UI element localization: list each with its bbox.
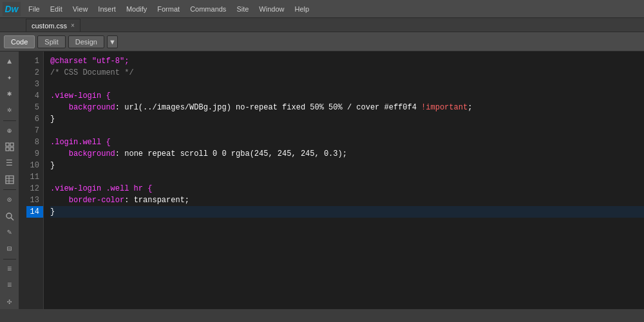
- file-tab[interactable]: custom.css ×: [26, 19, 80, 32]
- code-line-8: .login.well {: [50, 137, 644, 148]
- code-line-5: background: url(../images/WDBg.jpg) no-r…: [50, 102, 644, 113]
- menu-window[interactable]: Window: [254, 0, 289, 17]
- menu-format[interactable]: Format: [152, 0, 185, 17]
- line-num-5: 5: [31, 102, 43, 113]
- tool-separator-2: [3, 189, 16, 190]
- code-line-13: border-color: transparent;: [50, 194, 644, 206]
- code-line-14: }: [50, 206, 644, 218]
- tool-box[interactable]: ⊟: [2, 241, 17, 256]
- menu-edit[interactable]: Edit: [45, 0, 68, 17]
- code-line-6: }: [50, 113, 644, 125]
- code-line-12: .view-login .well hr {: [50, 183, 644, 194]
- code-view-button[interactable]: Code: [4, 35, 35, 48]
- menu-commands[interactable]: Commands: [185, 0, 231, 17]
- menu-file[interactable]: File: [23, 0, 45, 17]
- tab-close-button[interactable]: ×: [71, 22, 75, 29]
- menu-site[interactable]: Site: [231, 0, 254, 17]
- toolbar: Code Split Design ▼: [0, 32, 644, 52]
- menu-insert[interactable]: Insert: [93, 0, 121, 17]
- code-line-4: .view-login {: [50, 90, 644, 102]
- tool-list[interactable]: ☰: [2, 156, 17, 171]
- line-num-7: 7: [31, 125, 43, 137]
- code-line-7: [50, 125, 644, 137]
- split-view-button[interactable]: Split: [37, 35, 65, 48]
- code-editor: 1 2 3 4 5 6 7 8 9 10 11 12 13 14 @charse…: [19, 52, 644, 309]
- line-num-2: 2: [31, 67, 43, 79]
- line-num-9: 9: [31, 148, 43, 160]
- line-num-10: 10: [26, 160, 43, 171]
- tool-star2[interactable]: ✣: [2, 294, 17, 309]
- code-line-10: }: [50, 160, 644, 171]
- tool-grid[interactable]: [2, 140, 17, 155]
- svg-rect-3: [10, 147, 14, 151]
- tool-asterisk2[interactable]: ✲: [2, 102, 17, 117]
- code-line-11: [50, 171, 644, 183]
- dw-logo: Dw: [3, 2, 21, 16]
- code-line-9: background: none repeat scroll 0 0 rgba(…: [50, 148, 644, 160]
- svg-rect-0: [6, 143, 9, 146]
- tool-lines2[interactable]: ≡: [2, 278, 17, 293]
- code-lines[interactable]: @charset "utf-8"; /* CSS Document */ .vi…: [44, 52, 644, 309]
- tool-magnify[interactable]: [2, 209, 17, 223]
- line-num-14: 14: [26, 206, 43, 218]
- line-num-13: 13: [26, 194, 43, 206]
- title-bar: Dw File Edit View Insert Modify Format C…: [0, 0, 644, 18]
- view-dropdown-button[interactable]: ▼: [107, 35, 118, 48]
- code-line-1: @charset "utf-8";: [50, 55, 644, 67]
- tab-bar: custom.css ×: [0, 18, 644, 32]
- svg-line-9: [11, 218, 14, 220]
- svg-rect-2: [6, 147, 9, 151]
- tool-star[interactable]: ✦: [2, 70, 17, 85]
- tool-pen[interactable]: ✎: [2, 225, 17, 240]
- line-num-1: 1: [31, 55, 43, 67]
- main-content: ▲ ✦ ✱ ✲ ⊕ ☰ ⊙ ✎ ⊟ ≡ ≡ ✣ 1 2 3 4: [0, 52, 644, 309]
- tool-move[interactable]: ⊕: [2, 124, 17, 138]
- dw-logo-text: Dw: [5, 4, 19, 14]
- line-num-6: 6: [31, 113, 43, 125]
- tool-lines1[interactable]: ≡: [2, 262, 17, 277]
- line-num-12: 12: [26, 183, 43, 194]
- code-line-2: /* CSS Document */: [50, 67, 644, 79]
- line-numbers: 1 2 3 4 5 6 7 8 9 10 11 12 13 14: [19, 52, 44, 309]
- tool-separator-3: [3, 259, 16, 260]
- tool-asterisk[interactable]: ✱: [2, 86, 17, 101]
- tab-label: custom.css: [32, 22, 67, 30]
- menu-modify[interactable]: Modify: [121, 0, 152, 17]
- tool-cursor[interactable]: ⊙: [2, 193, 17, 207]
- tool-separator-1: [3, 120, 16, 121]
- svg-rect-1: [10, 143, 14, 146]
- line-num-4: 4: [31, 90, 43, 102]
- line-num-3: 3: [31, 79, 43, 90]
- left-tool-panel: ▲ ✦ ✱ ✲ ⊕ ☰ ⊙ ✎ ⊟ ≡ ≡ ✣: [0, 52, 19, 309]
- tool-table-icon: [5, 175, 14, 184]
- line-num-11: 11: [26, 171, 43, 183]
- tool-grid-icon: [5, 142, 14, 151]
- tool-arrow[interactable]: ▲: [2, 54, 17, 69]
- code-content: 1 2 3 4 5 6 7 8 9 10 11 12 13 14 @charse…: [19, 52, 644, 309]
- tool-magnify-icon: [5, 212, 14, 221]
- svg-rect-4: [6, 176, 14, 184]
- line-num-8: 8: [31, 137, 43, 148]
- tool-table[interactable]: [2, 172, 17, 187]
- svg-point-8: [6, 213, 12, 218]
- menu-view[interactable]: View: [68, 0, 93, 17]
- menu-help[interactable]: Help: [289, 0, 314, 17]
- code-line-3: [50, 79, 644, 90]
- design-view-button[interactable]: Design: [68, 35, 104, 48]
